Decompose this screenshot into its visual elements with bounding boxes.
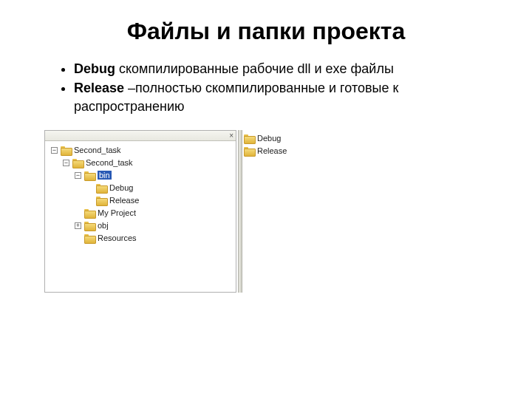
bullet-bold: Release <box>74 81 124 95</box>
folder-icon <box>84 222 95 230</box>
tree-label: My Project <box>98 208 136 217</box>
tree-node[interactable]: + obj <box>47 219 234 232</box>
folder-icon <box>84 209 95 217</box>
folder-icon <box>84 171 95 180</box>
list-item-label: Debug <box>257 134 281 143</box>
list-item[interactable]: Release <box>244 145 325 157</box>
tree-node[interactable]: Resources <box>47 232 234 245</box>
folder-tree: − Second_task − Second_task − bin D <box>45 141 236 248</box>
folder-icon <box>244 147 254 155</box>
list-item[interactable]: Debug <box>244 132 325 145</box>
tree-label-selected: bin <box>98 171 112 180</box>
toggle-empty <box>75 210 81 216</box>
tree-node[interactable]: − bin <box>47 169 234 182</box>
panel-splitter[interactable] <box>238 130 242 293</box>
bullet-list: Debug скомпилированные рабочие dll и exe… <box>44 60 502 115</box>
tree-label: Resources <box>98 233 137 242</box>
folder-icon <box>72 159 83 167</box>
folder-icon <box>96 197 106 205</box>
indent <box>47 238 75 239</box>
folder-icon <box>96 184 106 192</box>
indent <box>47 163 63 163</box>
expand-icon[interactable]: + <box>75 222 81 229</box>
tree-label: Release <box>109 196 139 205</box>
tree-node[interactable]: Release <box>47 194 234 207</box>
folder-contents: Debug Release <box>244 130 325 157</box>
indent <box>47 200 86 201</box>
folder-tree-panel: × − Second_task − Second_task − bin <box>44 130 236 293</box>
indent <box>47 213 75 214</box>
toggle-empty <box>86 197 93 204</box>
slide-title: Файлы и папки проекта <box>0 18 532 45</box>
folder-icon <box>84 234 95 242</box>
collapse-icon[interactable]: − <box>75 172 81 179</box>
bullet-item: Release –полностью скомпилированные и го… <box>74 79 502 115</box>
tree-node[interactable]: My Project <box>47 207 234 219</box>
collapse-icon[interactable]: − <box>51 147 58 154</box>
folder-icon <box>61 146 71 154</box>
close-icon[interactable]: × <box>229 132 233 140</box>
indent <box>47 188 86 188</box>
tree-node[interactable]: − Second_task <box>47 157 234 169</box>
tree-label: obj <box>98 221 109 230</box>
indent <box>47 225 75 226</box>
tree-node[interactable]: − Second_task <box>47 144 234 157</box>
folder-icon <box>244 134 254 143</box>
tree-label: Second_task <box>74 146 121 154</box>
collapse-icon[interactable]: − <box>63 160 69 166</box>
bullet-text: скомпилированные рабочие dll и exe файлы <box>115 61 394 76</box>
indent <box>47 175 75 176</box>
tree-label: Debug <box>109 183 133 192</box>
tree-label: Second_task <box>86 158 133 167</box>
explorer-screenshot: × − Second_task − Second_task − bin <box>44 130 325 293</box>
tree-node[interactable]: Debug <box>47 182 234 194</box>
bullet-item: Debug скомпилированные рабочие dll и exe… <box>74 60 502 78</box>
bullet-bold: Debug <box>74 61 115 76</box>
toggle-empty <box>75 235 81 242</box>
panel-header: × <box>45 131 236 141</box>
list-item-label: Release <box>257 146 287 155</box>
toggle-empty <box>86 185 93 191</box>
